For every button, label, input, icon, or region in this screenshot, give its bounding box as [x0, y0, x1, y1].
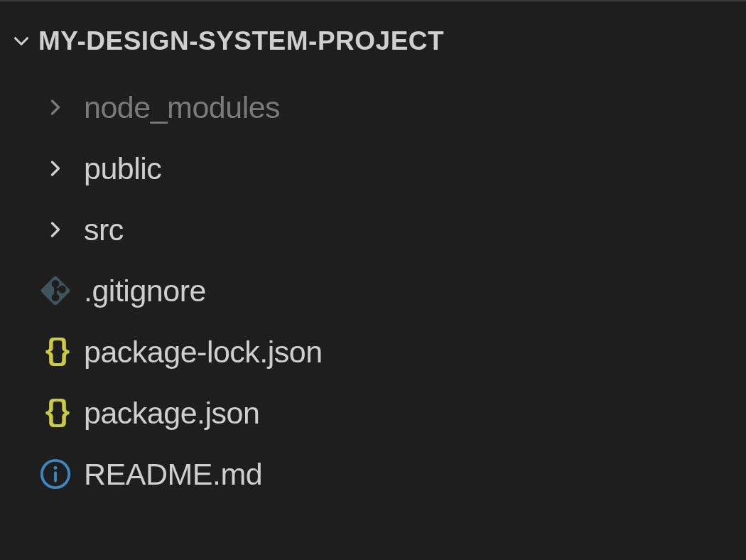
folder-label: node_modules	[84, 90, 280, 125]
file-explorer: MY-DESIGN-SYSTEM-PROJECT node_modules pu…	[0, 1, 746, 505]
folder-label: src	[84, 212, 124, 247]
file-label: package.json	[84, 396, 259, 431]
file-label: README.md	[84, 457, 262, 492]
file-package-lock-json[interactable]: { } package-lock.json	[0, 321, 746, 382]
svg-point-3	[53, 295, 58, 300]
json-icon: { }	[36, 332, 75, 372]
chevron-down-icon	[9, 28, 34, 54]
file-label: package-lock.json	[84, 335, 323, 370]
project-title: MY-DESIGN-SYSTEM-PROJECT	[38, 26, 444, 56]
folder-src[interactable]: src	[0, 199, 746, 260]
project-header[interactable]: MY-DESIGN-SYSTEM-PROJECT	[0, 21, 746, 61]
file-label: .gitignore	[84, 274, 206, 308]
info-icon	[36, 454, 75, 494]
folder-public[interactable]: public	[0, 138, 746, 199]
folder-node-modules[interactable]: node_modules	[0, 77, 746, 138]
chevron-right-icon	[36, 149, 75, 188]
chevron-right-icon	[36, 87, 75, 127]
file-gitignore[interactable]: .gitignore	[0, 260, 746, 321]
git-icon	[36, 271, 75, 311]
folder-label: public	[84, 151, 161, 186]
chevron-right-icon	[36, 210, 75, 249]
file-tree: node_modules public src	[0, 61, 746, 505]
file-package-json[interactable]: { } package.json	[0, 382, 746, 443]
svg-point-5	[60, 287, 65, 292]
json-icon: { }	[36, 393, 75, 433]
file-readme-md[interactable]: README.md	[0, 443, 746, 505]
svg-point-8	[54, 466, 58, 470]
svg-point-2	[53, 281, 58, 286]
